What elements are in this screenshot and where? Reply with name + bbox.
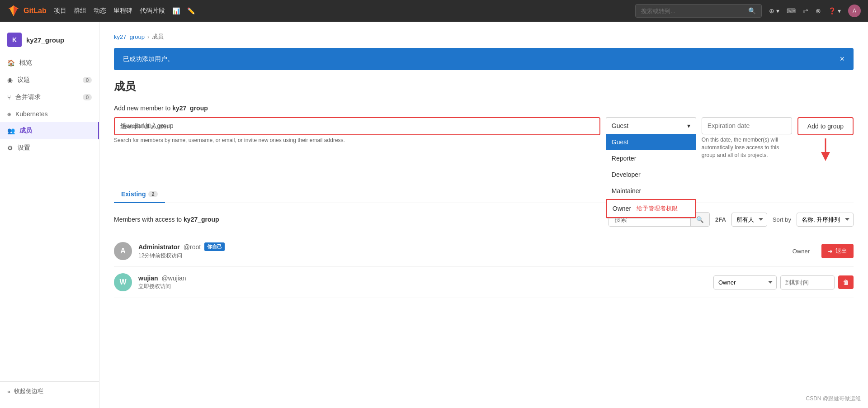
plus-icon[interactable]: ⊕ ▾ <box>769 7 779 14</box>
nav-search-icon: 🔍 <box>748 7 756 14</box>
sidebar-collapse[interactable]: « 收起侧边栏 <box>0 381 99 401</box>
sort-by-label: Sort by <box>773 216 791 223</box>
role-option-guest[interactable]: Guest <box>606 134 696 150</box>
issues-icon: ◉ <box>7 76 13 84</box>
nav-milestones[interactable]: 里程碑 <box>113 7 132 15</box>
member-avatar-wujian: W <box>114 273 132 291</box>
role-option-owner[interactable]: Owner 给予管理者权限 <box>606 199 696 218</box>
gitlab-logo[interactable]: GitLab <box>7 5 47 17</box>
settings-icon: ⚙ <box>7 144 13 152</box>
success-banner: 已成功添加用户。 × <box>114 48 854 70</box>
member-role-select-wujian[interactable]: Owner <box>713 275 777 289</box>
sidebar-label-overview: 概览 <box>19 59 32 67</box>
member-row-administrator: A Administrator @root 你自己 12分钟前授权访问 Owne… <box>114 236 854 267</box>
search-field-wrapper: 选wujian加入group Search for members by nam… <box>114 117 600 143</box>
sidebar: K ky27_group 🏠 概览 ◉ 议题 0 ⑂ 合并请求 0 ⎈ Kube… <box>0 22 99 408</box>
sidebar-item-kubernetes[interactable]: ⎈ Kubernetes <box>0 106 99 122</box>
success-message: 已成功添加用户。 <box>123 55 174 63</box>
search-input-container: 选wujian加入group <box>114 117 600 135</box>
user-avatar[interactable]: A <box>848 5 861 17</box>
issues-badge: 0 <box>83 77 92 83</box>
sidebar-item-merge-requests[interactable]: ⑂ 合并请求 0 <box>0 89 99 106</box>
role-option-developer[interactable]: Developer <box>606 166 696 183</box>
owner-note: 给予管理者权限 <box>637 204 678 213</box>
nav-projects[interactable]: 项目 <box>54 7 66 15</box>
annotation-arrow <box>812 138 839 162</box>
merge-icon: ⑂ <box>7 94 11 101</box>
member-since-wujian: 立即授权访问 <box>138 283 707 290</box>
home-icon: 🏠 <box>7 59 15 66</box>
nav-search-input[interactable] <box>641 8 745 14</box>
member-expiry-input-wujian[interactable] <box>780 275 835 289</box>
help-icon[interactable]: ❓ ▾ <box>828 7 841 14</box>
member-search-input[interactable] <box>115 118 599 134</box>
members-header: Members with access to ky27_group 🔍 2FA … <box>114 212 854 227</box>
main-layout: K ky27_group 🏠 概览 ◉ 议题 0 ⑂ 合并请求 0 ⎈ Kube… <box>0 22 868 408</box>
add-member-form: 选wujian加入group Search for members by nam… <box>114 117 854 159</box>
member-username-administrator: @root <box>184 243 201 251</box>
member-name-administrator: Administrator @root 你自己 <box>138 242 786 251</box>
role-dropdown-trigger[interactable]: Guest ▾ <box>606 117 696 134</box>
tab-existing[interactable]: Existing 2 <box>114 186 165 203</box>
tabs: Existing 2 <box>114 186 854 203</box>
svg-marker-1 <box>821 152 830 161</box>
existing-count: 2 <box>148 191 157 197</box>
member-info-wujian: wujian @wujian 立即授权访问 <box>138 275 707 290</box>
nav-chart-icon[interactable]: 📊 <box>172 7 180 14</box>
role-option-reporter[interactable]: Reporter <box>606 150 696 166</box>
member-delete-button-wujian[interactable]: 🗑 <box>838 275 854 289</box>
selected-role-label: Guest <box>612 122 628 129</box>
member-name-wujian: wujian @wujian <box>138 275 707 282</box>
kubernetes-icon: ⎈ <box>7 110 11 118</box>
sidebar-item-overview[interactable]: 🏠 概览 <box>0 54 99 71</box>
top-navigation: GitLab 项目 群组 动态 里程碑 代码片段 📊 ✏️ 🔍 ⊕ ▾ ⌨ ⇄ … <box>0 0 868 22</box>
nav-activity[interactable]: 动态 <box>94 7 106 15</box>
add-button-wrapper: Add to group <box>797 117 854 135</box>
self-badge: 你自己 <box>204 242 225 251</box>
nav-pen-icon[interactable]: ✏️ <box>187 7 195 14</box>
group-avatar: K <box>7 33 22 47</box>
page-title: 成员 <box>114 79 854 94</box>
expiration-hint: On this date, the member(s) will automat… <box>702 136 792 159</box>
nav-groups[interactable]: 群组 <box>74 7 86 15</box>
member-actions-wujian: Owner 🗑 <box>713 275 854 289</box>
add-to-group-button[interactable]: Add to group <box>797 117 854 135</box>
member-since-administrator: 12分钟前授权访问 <box>138 252 786 260</box>
sidebar-item-settings[interactable]: ⚙ 设置 <box>0 139 99 157</box>
breadcrumb-current: 成员 <box>152 33 164 41</box>
success-close-button[interactable]: × <box>840 54 844 64</box>
sidebar-label-members: 成员 <box>19 127 32 135</box>
nav-icons-group: ⊕ ▾ ⌨ ⇄ ⊗ ❓ ▾ A <box>769 5 861 17</box>
nav-snippets[interactable]: 代码片段 <box>140 7 165 15</box>
add-member-label: Add new member to ky27_group <box>114 104 854 112</box>
members-sort-select[interactable]: 名称, 升序排列 <box>797 213 854 227</box>
sidebar-item-members[interactable]: 👥 成员 <box>0 122 99 139</box>
role-option-maintainer[interactable]: Maintainer <box>606 183 696 199</box>
breadcrumb-separator: › <box>147 33 149 40</box>
sidebar-label-kubernetes: Kubernetes <box>15 110 48 118</box>
member-row-wujian: W wujian @wujian 立即授权访问 Owner 🗑 <box>114 267 854 298</box>
expiration-wrapper: On this date, the member(s) will automat… <box>702 117 792 159</box>
issues-icon[interactable]: ⊗ <box>816 7 821 14</box>
member-info-administrator: Administrator @root 你自己 12分钟前授权访问 <box>138 242 786 260</box>
sidebar-item-issues[interactable]: ◉ 议题 0 <box>0 71 99 89</box>
merge-request-icon[interactable]: ⇄ <box>803 7 808 14</box>
chevron-down-icon: ▾ <box>687 122 690 129</box>
expiration-input[interactable] <box>702 117 792 134</box>
leave-group-button[interactable]: ➜ 退出 <box>821 244 854 258</box>
members-filter-select[interactable]: 所有人 <box>731 213 767 227</box>
chevron-left-icon: « <box>7 388 10 395</box>
breadcrumb: ky27_group › 成员 <box>114 33 854 41</box>
members-access-label: Members with access to ky27_group <box>114 216 219 223</box>
collapse-label: 收起侧边栏 <box>14 387 43 395</box>
sidebar-label-settings: 设置 <box>18 144 30 152</box>
breadcrumb-group-link[interactable]: ky27_group <box>114 33 145 40</box>
watermark: CSDN @跟健哥做运维 <box>806 395 861 403</box>
role-dropdown: Guest ▾ Guest Reporter Developer <box>606 117 696 134</box>
twofa-label: 2FA <box>715 216 726 223</box>
member-role-administrator: Owner <box>793 248 810 255</box>
member-username-wujian: @wujian <box>162 275 186 282</box>
keyboard-icon[interactable]: ⌨ <box>787 7 796 14</box>
member-actions-administrator: ➜ 退出 <box>821 244 854 258</box>
nav-search-bar[interactable]: 🔍 <box>635 4 762 18</box>
